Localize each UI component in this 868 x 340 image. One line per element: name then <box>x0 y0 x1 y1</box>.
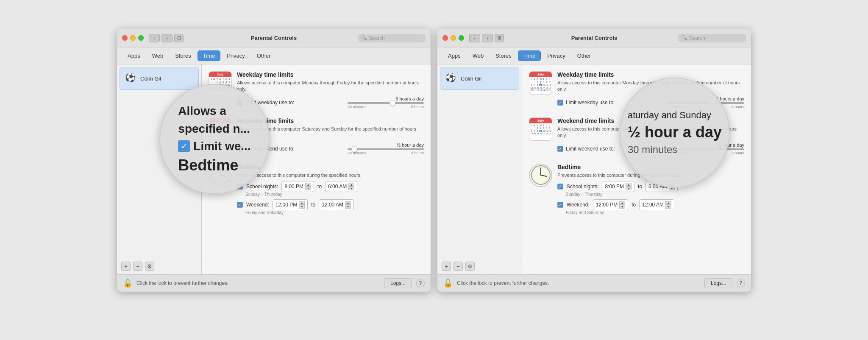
right-weekend-checkbox[interactable]: ✓ <box>557 146 563 152</box>
right-back-button[interactable]: ‹ <box>469 34 480 42</box>
left-close-button[interactable] <box>122 35 128 41</box>
right-maximize-button[interactable] <box>459 35 464 41</box>
left-grid-button[interactable]: ⊞ <box>174 34 184 42</box>
left-weekend-bedtime-from-up[interactable]: ▲ <box>299 201 305 205</box>
right-weekend-limit-label: Limit weekend use to: <box>566 146 615 152</box>
right-nav-buttons: ‹ › <box>469 34 493 42</box>
right-sidebar: ⚽ Colin Gil + − ⚙ <box>437 64 522 274</box>
right-close-button[interactable] <box>442 35 448 41</box>
right-school-nights-to-down[interactable]: ▼ <box>669 187 675 190</box>
right-weekend-bedtime-to-down[interactable]: ▼ <box>665 205 671 209</box>
right-school-nights-row: ✓ School nights: 8:00 PM ▲ ▼ to <box>557 181 744 192</box>
left-weekend-bedtime-from-stepper[interactable]: ▲ ▼ <box>299 201 305 209</box>
left-weekend-bedtime-to-down[interactable]: ▼ <box>345 205 351 209</box>
right-gear-button[interactable]: ⚙ <box>465 262 475 271</box>
left-lock-icon[interactable]: 🔓 <box>123 279 132 288</box>
right-search-box[interactable]: 🔍 Search <box>678 34 746 42</box>
right-tab-privacy[interactable]: Privacy <box>542 50 571 61</box>
right-tab-other[interactable]: Other <box>572 50 597 61</box>
left-school-nights-checkbox[interactable]: ✓ <box>237 184 243 190</box>
left-help-button[interactable]: ? <box>416 279 425 287</box>
right-tab-web[interactable]: Web <box>467 50 490 61</box>
right-tab-apps[interactable]: Apps <box>442 50 466 61</box>
left-weekday-checkbox[interactable]: ✓ <box>237 100 243 106</box>
left-tab-stores[interactable]: Stores <box>170 50 197 61</box>
left-tab-web[interactable]: Web <box>147 50 169 61</box>
left-tab-time[interactable]: Time <box>198 50 220 61</box>
left-minimize-button[interactable] <box>130 35 136 41</box>
left-weekday-slider[interactable] <box>348 102 424 104</box>
left-weekend-bedtime-from[interactable]: 12:00 PM ▲ ▼ <box>273 199 308 210</box>
right-weekend-bedtime-checkbox[interactable]: ✓ <box>557 202 563 208</box>
left-user-avatar: ⚽ <box>125 72 137 84</box>
left-tab-other[interactable]: Other <box>251 50 276 61</box>
right-weekday-checkbox[interactable]: ✓ <box>557 100 563 106</box>
right-weekend-bedtime-from-stepper[interactable]: ▲ ▼ <box>619 201 625 209</box>
right-forward-button[interactable]: › <box>482 34 493 42</box>
right-weekend-slider[interactable] <box>668 148 744 150</box>
right-tab-time[interactable]: Time <box>518 50 541 61</box>
left-tab-privacy[interactable]: Privacy <box>221 50 250 61</box>
left-school-nights-from-stepper[interactable]: ▲ ▼ <box>305 183 311 190</box>
left-school-nights-to[interactable]: 6:00 AM ▲ ▼ <box>325 181 357 192</box>
right-weekend-bedtime-row: ✓ Weekend: 12:00 PM ▲ ▼ to <box>557 199 744 210</box>
left-weekend-bedtime-to[interactable]: 12:00 AM ▲ ▼ <box>319 199 354 210</box>
right-school-nights-from[interactable]: 8:00 PM ▲ ▼ <box>602 181 634 192</box>
right-school-nights-sub: Sunday – Thursday <box>566 192 744 197</box>
right-school-nights-from-stepper[interactable]: ▲ ▼ <box>626 183 632 190</box>
left-school-nights-from-up[interactable]: ▲ <box>305 183 311 187</box>
left-school-nights-from-down[interactable]: ▼ <box>305 187 311 190</box>
right-weekend-bedtime-to-up[interactable]: ▲ <box>665 201 671 205</box>
right-school-nights-from-down[interactable]: ▼ <box>626 187 632 190</box>
left-weekend-checkbox[interactable]: ✓ <box>237 146 243 152</box>
left-weekday-min-label: 30 minutes <box>348 105 366 109</box>
left-weekend-slider[interactable] <box>348 148 424 150</box>
left-weekday-slider-value: 5 hours a day <box>395 96 424 101</box>
left-weekend-bedtime-to-up[interactable]: ▲ <box>345 201 351 205</box>
left-bedtime-clock-icon <box>209 164 232 187</box>
right-user-item[interactable]: ⚽ Colin Gil <box>440 67 519 90</box>
right-school-nights-to-up[interactable]: ▲ <box>669 183 675 187</box>
left-back-button[interactable]: ‹ <box>149 34 160 42</box>
left-tab-apps[interactable]: Apps <box>122 50 146 61</box>
left-school-nights-from[interactable]: 8:00 PM ▲ ▼ <box>281 181 314 192</box>
right-weekend-bedtime-to[interactable]: 12:00 AM ▲ ▼ <box>639 199 674 210</box>
left-add-button[interactable]: + <box>121 262 131 271</box>
right-weekday-slider[interactable] <box>668 102 744 104</box>
left-weekday-controls: ✓ Limit weekday use to: 5 hours a day <box>237 96 424 109</box>
right-weekday-slider-value: 5 hours a day <box>716 96 744 101</box>
left-forward-button[interactable]: › <box>161 34 172 42</box>
left-weekend-bedtime-from-down[interactable]: ▼ <box>299 205 305 209</box>
left-nav-buttons: ‹ › <box>149 34 172 42</box>
left-search-box[interactable]: 🔍 Search <box>358 34 426 42</box>
right-logs-button[interactable]: Logs... <box>704 278 732 288</box>
right-weekend-bedtime-from[interactable]: 12:00 PM ▲ ▼ <box>593 199 628 210</box>
left-school-nights-to-up[interactable]: ▲ <box>348 183 354 187</box>
left-remove-button[interactable]: − <box>133 262 142 271</box>
right-school-nights-from-up[interactable]: ▲ <box>626 183 632 187</box>
left-school-nights-row: ✓ School nights: 8:00 PM ▲ ▼ to <box>237 181 424 192</box>
left-school-nights-to-stepper[interactable]: ▲ ▼ <box>348 183 354 190</box>
left-gear-button[interactable]: ⚙ <box>145 262 154 271</box>
right-minimize-button[interactable] <box>451 35 456 41</box>
left-weekend-bedtime-to-stepper[interactable]: ▲ ▼ <box>345 201 351 209</box>
right-weekend-bedtime-to-stepper[interactable]: ▲ ▼ <box>665 201 671 209</box>
right-weekend-slider-value: ½ hour a day <box>717 142 744 148</box>
left-user-item[interactable]: ⚽ Colin Gil <box>120 67 199 90</box>
right-weekend-bedtime-from-up[interactable]: ▲ <box>619 201 625 205</box>
right-school-nights-to[interactable]: 6:00 AM ▲ ▼ <box>645 181 678 192</box>
right-lock-icon[interactable]: 🔓 <box>443 279 453 288</box>
left-logs-button[interactable]: Logs... <box>384 278 412 288</box>
right-add-button[interactable]: + <box>442 262 451 271</box>
left-weekend-bedtime-checkbox[interactable]: ✓ <box>237 202 243 208</box>
right-school-nights-to-stepper[interactable]: ▲ ▼ <box>669 183 675 190</box>
right-school-nights-checkbox[interactable]: ✓ <box>557 184 563 190</box>
right-weekend-bedtime-from-down[interactable]: ▼ <box>619 205 625 209</box>
right-remove-button[interactable]: − <box>453 262 463 271</box>
left-maximize-button[interactable] <box>138 35 144 41</box>
right-grid-button[interactable]: ⊞ <box>495 34 504 42</box>
right-help-button[interactable]: ? <box>737 279 745 287</box>
left-school-nights-to-down[interactable]: ▼ <box>348 187 354 190</box>
right-weekend-calendar-icon: July SMTWTFS 12345 6789101112 1314151617… <box>529 117 552 141</box>
right-tab-stores[interactable]: Stores <box>490 50 517 61</box>
